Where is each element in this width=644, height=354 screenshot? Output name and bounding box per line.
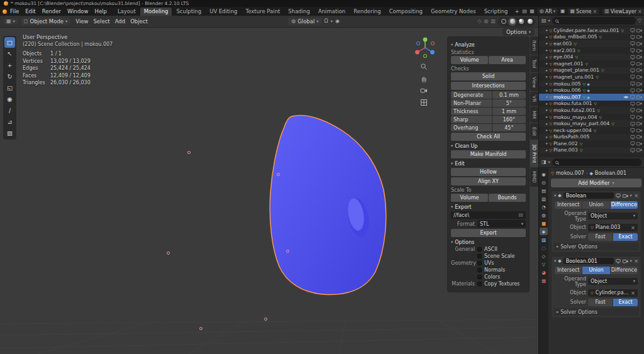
workspace-tab[interactable]: Sculpting [172, 8, 205, 16]
expand-caret-icon[interactable]: ▸ [546, 108, 548, 113]
expand-caret-icon[interactable]: ▸ [546, 128, 548, 133]
overlays-icon[interactable]: ◎ [484, 19, 488, 24]
disable-render-icon[interactable] [636, 62, 642, 66]
disable-viewport-icon[interactable] [630, 141, 635, 146]
properties-editor-icon[interactable]: ◨ [541, 160, 547, 165]
outliner-search[interactable] [552, 17, 636, 25]
check-row[interactable]: Sharp 160° [451, 116, 526, 123]
show-viewport-toggle[interactable] [616, 193, 621, 198]
menu-item[interactable]: Window [64, 8, 92, 14]
breadcrumb-object[interactable]: mokou.007 [556, 170, 584, 176]
collapse-caret-icon[interactable]: ▾ [554, 194, 556, 198]
disable-viewport-icon[interactable] [630, 121, 635, 126]
collapse-caret-icon[interactable]: ▾ [451, 162, 453, 166]
check-row[interactable]: Non-Planar 5° [451, 99, 526, 107]
disable-viewport-icon[interactable] [630, 28, 635, 33]
expand-caret-icon[interactable]: ▸ [546, 94, 548, 99]
outliner-item[interactable]: ▸ ▽ mokou.futa2.001 ▽ [539, 107, 644, 114]
export-path-field[interactable]: //face\ ▤ [451, 211, 526, 219]
tool-button[interactable]: ▧ [4, 128, 15, 138]
outliner-editor-icon[interactable]: ▤ [541, 18, 547, 23]
area-button[interactable]: Area [489, 56, 526, 64]
breadcrumb-modifier[interactable]: Boolean.001 [595, 170, 626, 176]
viewlayer-selector[interactable]: ▥ ViewLayer × [602, 8, 644, 14]
disable-render-icon[interactable] [636, 148, 642, 152]
disable-render-icon[interactable] [636, 115, 642, 119]
expand-caret-icon[interactable]: ▸ [546, 48, 548, 53]
mode-dropdown[interactable]: ◻ Object Mode ▾ [21, 18, 70, 25]
solver-options-subpanel[interactable]: ▸ Solver Options [553, 243, 639, 250]
properties-tab[interactable]: ■ [540, 219, 548, 227]
outliner-item[interactable]: ▸ ▽ ear.003 ▽ [539, 40, 644, 47]
check-label[interactable]: Sharp [451, 116, 492, 123]
scale-volume-button[interactable]: Volume [451, 194, 488, 202]
disable-viewport-icon[interactable] [630, 135, 635, 140]
analyze-section-title[interactable]: Analyze [455, 42, 475, 48]
filter-icon[interactable]: ▽ [638, 18, 641, 23]
tool-button[interactable]: ↖ [4, 48, 15, 59]
expand-caret-icon[interactable]: ▸ [546, 101, 548, 106]
disable-render-icon[interactable] [636, 88, 642, 92]
export-section-title[interactable]: Export [455, 204, 471, 210]
empty-object-marker[interactable] [264, 318, 267, 321]
disable-viewport-icon[interactable] [630, 148, 635, 153]
check-row[interactable]: Overhang 45° [451, 124, 526, 131]
remove-viewlayer-icon[interactable]: × [638, 9, 642, 14]
export-button[interactable]: Export [451, 229, 526, 237]
menu-item[interactable]: Edit [22, 8, 38, 14]
outliner-item[interactable]: ▸ ▽ mokou.005 ▽ ◆ [539, 80, 644, 87]
workspace-tab[interactable]: Scripting [480, 8, 512, 16]
modifier-header[interactable]: ▾ ◆ Boolean ▾ × [552, 191, 641, 200]
outliner-item[interactable]: ▸ ▽ Plane.002 ▽ [539, 140, 644, 147]
orthographic-toggle-icon[interactable] [420, 99, 428, 106]
disable-viewport-icon[interactable] [630, 55, 635, 60]
check-all-button[interactable]: Check All [451, 133, 526, 141]
sidebar-tab[interactable]: VR [530, 92, 538, 106]
intersect-button[interactable]: Intersect [555, 267, 582, 274]
tool-button[interactable]: ◉ [4, 94, 15, 104]
sidebar-tab[interactable]: Item [530, 36, 538, 55]
sidebar-tab[interactable]: MMD [530, 167, 538, 187]
check-label[interactable]: Thickness [451, 108, 492, 115]
menu-item[interactable]: Render [39, 8, 64, 14]
editor-type-button[interactable]: ▦ ▾ [3, 18, 18, 25]
check-label[interactable]: Overhang [451, 124, 492, 131]
clear-object-icon[interactable]: × [631, 290, 635, 296]
collapse-caret-icon[interactable]: ▾ [451, 205, 453, 209]
outliner-item[interactable]: ▸ ▽ NurbsPath.005 [539, 134, 644, 141]
object-field[interactable]: ▽ Cylinder.pare... × [588, 289, 638, 297]
disable-render-icon[interactable] [636, 95, 642, 99]
mesh-object[interactable] [270, 115, 386, 294]
disable-viewport-icon[interactable] [630, 114, 635, 119]
expand-caret-icon[interactable]: ▸ [546, 141, 548, 146]
disable-viewport-icon[interactable] [630, 101, 635, 106]
screen-icon[interactable]: ▤ [523, 9, 528, 14]
sidebar-tab[interactable]: 3D Print [530, 140, 538, 167]
disable-viewport-icon[interactable] [630, 108, 635, 113]
zoom-icon[interactable] [420, 63, 428, 70]
modifier-name-field[interactable]: Boolean.001 [564, 258, 614, 264]
disable-render-icon[interactable] [636, 141, 642, 146]
rendered-shading-button[interactable] [526, 18, 534, 26]
check-value[interactable]: 160° [492, 116, 526, 123]
disable-render-icon[interactable] [636, 48, 642, 53]
disable-render-icon[interactable] [636, 35, 642, 39]
properties-tab[interactable]: ▤ [540, 187, 548, 194]
disable-render-icon[interactable] [636, 101, 642, 106]
uvs-checkbox[interactable] [477, 261, 482, 265]
disable-viewport-icon[interactable] [630, 88, 635, 93]
menu-item[interactable]: Help [91, 8, 109, 14]
tool-button[interactable]: ⊿ [4, 116, 15, 127]
snap-magnet-icon[interactable]: Ω [325, 19, 328, 24]
check-value[interactable]: 45° [492, 124, 526, 131]
tool-button[interactable]: □ [4, 37, 15, 48]
wireframe-shading-button[interactable] [499, 18, 508, 26]
disable-render-icon[interactable] [636, 55, 642, 59]
properties-search[interactable] [552, 158, 641, 166]
workspace-tab[interactable]: UV Editing [206, 8, 241, 16]
outliner-item[interactable]: ▸ ▽ mokou.006 ▽ ◆ [539, 87, 644, 94]
outliner-item[interactable]: ▸ ▽ magnet_plane.001 ▽ [539, 67, 644, 74]
properties-tab[interactable]: ◔ [540, 203, 548, 211]
edit-section-title[interactable]: Edit [455, 161, 465, 167]
properties-tab[interactable]: ◇ [540, 252, 548, 260]
